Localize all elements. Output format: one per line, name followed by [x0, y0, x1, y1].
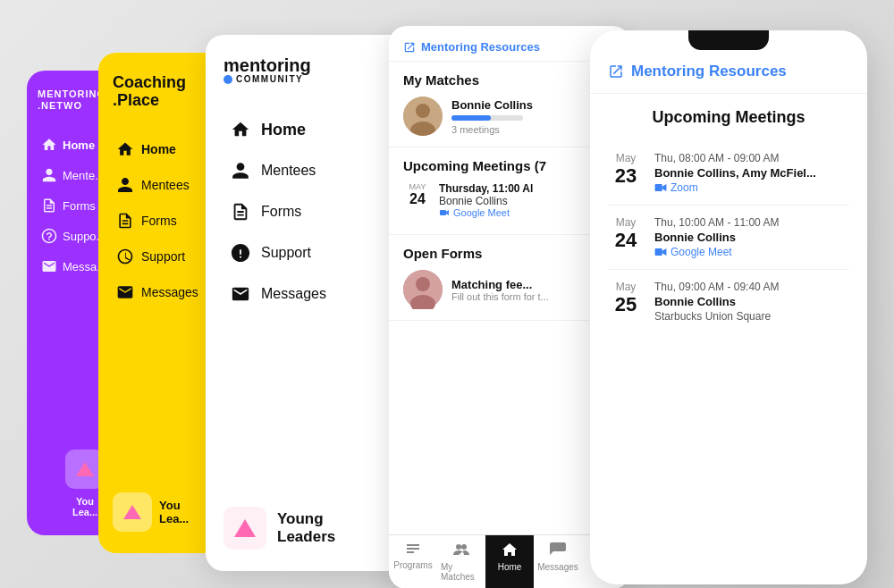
svg-marker-17 — [662, 184, 667, 191]
svg-point-12 — [461, 544, 467, 550]
programs-icon — [405, 542, 421, 559]
right-content: Upcoming Meetings May 23 Thu, 08:00 AM -… — [590, 94, 867, 584]
white-nav-messages[interactable]: Messages — [224, 273, 402, 315]
right-mentoring-resources-link[interactable]: Mentoring Resources — [608, 63, 849, 80]
meeting-row-3: May 25 Thu, 09:00 AM - 09:40 AM Bonnie C… — [608, 270, 849, 333]
svg-point-11 — [456, 544, 461, 550]
svg-marker-1 — [123, 505, 141, 519]
meeting-row-1: May 23 Thu, 08:00 AM - 09:00 AM Bonnie C… — [608, 141, 849, 206]
nav-messages[interactable]: Messages — [534, 535, 582, 588]
svg-rect-6 — [440, 210, 446, 215]
zoom-link[interactable]: Zoom — [654, 181, 849, 194]
logo-dot — [224, 75, 232, 84]
white-nav-support[interactable]: Support — [224, 232, 402, 273]
white-mountain-icon — [224, 507, 266, 550]
progress-bar — [451, 115, 523, 121]
yellow-mountain-icon — [113, 492, 152, 532]
form-item: Matching fee... Fill out this form for t… — [403, 270, 616, 309]
white-logo: mentoring COMMUNITY — [224, 56, 402, 84]
svg-point-9 — [416, 277, 430, 291]
nav-home[interactable]: Home — [485, 535, 534, 588]
right-card: Mentoring Resources Upcoming Meetings Ma… — [590, 30, 867, 584]
meeting-item: May 24 Thursday, 11:00 Al Bonnie Collins… — [403, 182, 616, 218]
form-info: Matching fee... Fill out this form for t… — [451, 278, 549, 302]
nav-programs[interactable]: Programs — [389, 535, 437, 588]
svg-marker-7 — [446, 210, 449, 215]
mentoring-resources-link[interactable]: Mentoring Resources — [403, 40, 616, 54]
svg-point-4 — [416, 104, 430, 118]
svg-rect-16 — [655, 184, 662, 191]
svg-marker-19 — [662, 248, 667, 256]
phone-notch — [688, 30, 769, 50]
google-meet-link-2[interactable]: Google Meet — [654, 246, 849, 258]
white-card: mentoring COMMUNITY Home Mentees Forms S… — [206, 35, 420, 571]
meeting-row-2: May 24 Thu, 10:00 AM - 11:00 AM Bonnie C… — [608, 206, 849, 270]
white-nav-forms[interactable]: Forms — [224, 191, 402, 232]
svg-rect-18 — [655, 248, 662, 256]
messages-icon — [550, 542, 566, 560]
match-item: Bonnie Collins 3 meetings — [403, 97, 616, 136]
date-badge: May 24 — [403, 182, 432, 218]
progress-fill — [451, 115, 491, 121]
svg-marker-2 — [234, 519, 256, 537]
white-nav-home[interactable]: Home — [224, 109, 402, 150]
right-header: Mentoring Resources — [590, 50, 867, 94]
white-bottom-item: YoungLeaders — [224, 507, 402, 550]
svg-marker-0 — [76, 462, 94, 476]
date-col-2: May 24 — [608, 216, 644, 258]
date-col-1: May 23 — [608, 152, 644, 194]
meeting-details-2: Thu, 10:00 AM - 11:00 AM Bonnie Collins … — [654, 216, 849, 258]
meeting-location: Starbucks Union Square — [654, 310, 849, 323]
date-col-3: May 25 — [608, 281, 644, 323]
match-info: Bonnie Collins 3 meetings — [451, 98, 533, 135]
home-icon — [502, 542, 518, 560]
meeting-details-1: Thu, 08:00 AM - 09:00 AM Bonnie Collins,… — [654, 152, 849, 194]
my-matches-icon — [453, 542, 469, 560]
bonnie-avatar — [403, 97, 443, 136]
form-avatar — [403, 270, 443, 309]
meeting-details-3: Thu, 09:00 AM - 09:40 AM Bonnie Collins … — [654, 281, 849, 323]
white-nav-mentees[interactable]: Mentees — [224, 150, 402, 191]
nav-my-matches[interactable]: My Matches — [437, 535, 485, 588]
